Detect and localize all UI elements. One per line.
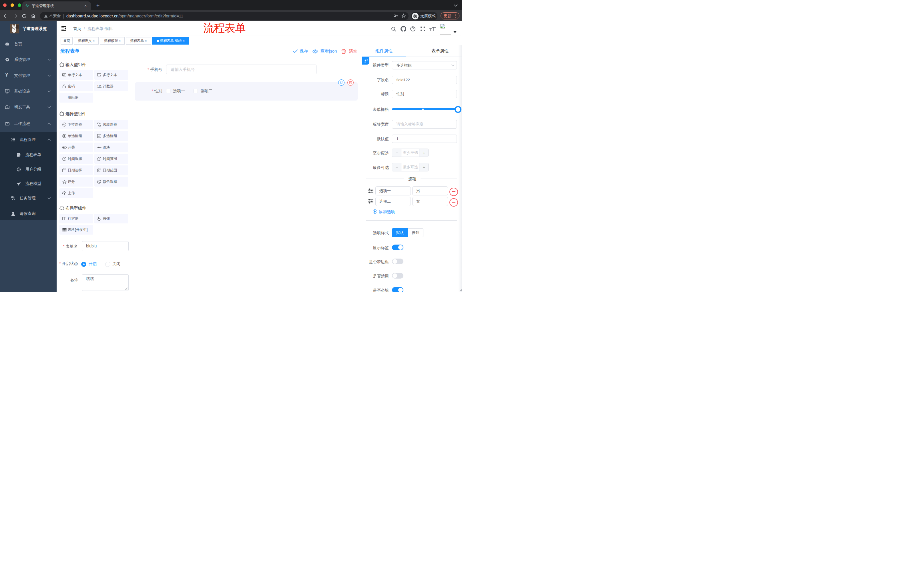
svg-text:123: 123 xyxy=(97,85,101,87)
